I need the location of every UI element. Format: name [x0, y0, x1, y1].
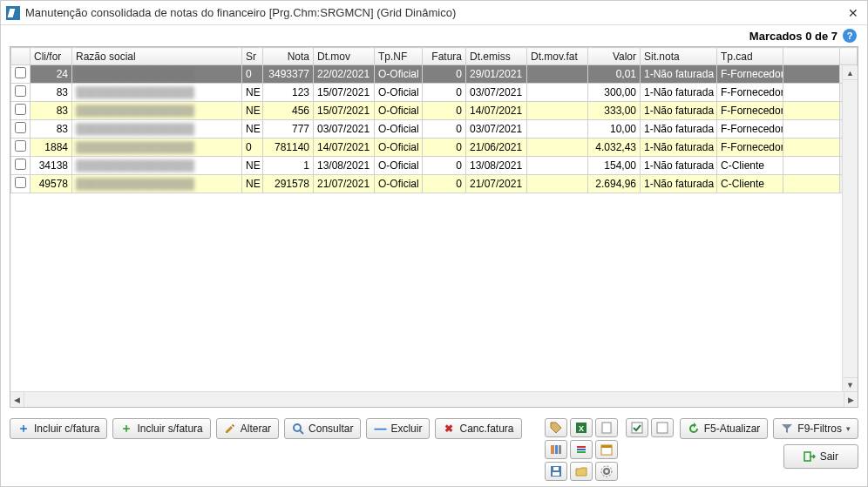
row-checkbox-cell[interactable]	[11, 102, 31, 120]
table-row[interactable]: 24████████████████0349337722/02/2021O-Of…	[11, 65, 858, 84]
table-row[interactable]: 83████████████████NE12315/07/2021O-Ofici…	[11, 84, 858, 102]
cell-dtemiss: 21/07/2021	[466, 175, 527, 193]
app-icon	[6, 6, 20, 20]
gear-icon	[600, 465, 613, 477]
col-header-sitnota[interactable]: Sit.nota	[641, 48, 717, 65]
cell-dtmovfat	[527, 157, 588, 175]
toolbar-left-group: ＋ Incluir c/fatura ＋ Incluir s/fatura Al…	[10, 418, 522, 439]
calendar-icon	[600, 443, 613, 456]
table-row[interactable]: 49578████████████████NE29157821/07/2021O…	[11, 175, 858, 193]
col-header-nota[interactable]: Nota	[263, 48, 314, 65]
col-header-scroll	[840, 48, 858, 65]
scroll-left-icon[interactable]: ◀	[10, 392, 24, 407]
col-header-tpcad[interactable]: Tp.cad	[717, 48, 783, 65]
grid-table: Cli/for Razão social Sr Nota Dt.mov Tp.N…	[10, 47, 858, 193]
row-checkbox[interactable]	[15, 177, 26, 188]
cell-clifor: 34138	[31, 157, 72, 175]
gear-icon-button[interactable]	[595, 462, 618, 481]
col-header-valor[interactable]: Valor	[588, 48, 641, 65]
row-checkbox-cell[interactable]	[11, 157, 31, 175]
cell-tpcad: C-Cliente	[717, 157, 783, 175]
col-header-clifor[interactable]: Cli/for	[31, 48, 72, 65]
cell-sr: 0	[242, 65, 263, 84]
grid-viewport: Cli/for Razão social Sr Nota Dt.mov Tp.N…	[10, 47, 858, 391]
row-checkbox[interactable]	[15, 85, 26, 97]
page-icon-button[interactable]	[595, 418, 618, 437]
filter-icon	[781, 423, 793, 435]
excel-icon-button[interactable]: X	[570, 418, 593, 437]
tag-icon	[550, 422, 562, 434]
excluir-button[interactable]: — Excluir	[366, 418, 430, 439]
row-checkbox-cell[interactable]	[11, 139, 31, 157]
row-checkbox[interactable]	[15, 67, 26, 78]
floppy-icon	[550, 465, 562, 477]
cell-tpnf: O-Oficial	[375, 120, 423, 139]
col-header-dtemiss[interactable]: Dt.emiss	[466, 48, 527, 65]
cell-dtemiss: 03/07/2021	[466, 84, 527, 102]
sliders-icon-button[interactable]	[570, 440, 593, 459]
bottom-toolbar: ＋ Incluir c/fatura ＋ Incluir s/fatura Al…	[1, 413, 867, 486]
cell-dtemiss: 14/07/2021	[466, 102, 527, 120]
col-header-dtmovfat[interactable]: Dt.mov.fat	[527, 48, 588, 65]
cell-fatura: 0	[423, 120, 466, 139]
columns-icon-button[interactable]	[545, 440, 567, 459]
check-all-button[interactable]	[626, 418, 648, 437]
atualizar-button[interactable]: F5-Atualizar	[680, 418, 769, 439]
svg-text:X: X	[579, 424, 584, 433]
incluir-sfatura-button[interactable]: ＋ Incluir s/fatura	[112, 418, 210, 439]
table-row[interactable]: 83████████████████NE77703/07/2021O-Ofici…	[11, 120, 858, 139]
scroll-down-icon[interactable]: ▼	[843, 377, 858, 391]
minus-icon: —	[374, 423, 386, 435]
col-header-dtmov[interactable]: Dt.mov	[314, 48, 375, 65]
save-icon-button[interactable]	[545, 462, 567, 481]
btn-label: Incluir c/fatura	[34, 423, 99, 435]
columns-icon	[550, 443, 562, 456]
col-header-fatura[interactable]: Fatura	[423, 48, 466, 65]
row-checkbox[interactable]	[15, 104, 26, 115]
search-icon	[292, 423, 304, 435]
scroll-right-icon[interactable]: ▶	[844, 392, 858, 407]
cell-sr: 0	[242, 139, 263, 157]
cell-tpcad: F-Fornecedor	[717, 84, 783, 102]
uncheck-all-button[interactable]	[651, 418, 674, 437]
alterar-button[interactable]: Alterar	[216, 418, 279, 439]
cell-valor: 154,00	[588, 157, 641, 175]
incluir-cfatura-button[interactable]: ＋ Incluir c/fatura	[10, 418, 107, 439]
filtros-button[interactable]: F9-Filtros ▾	[773, 418, 858, 439]
window-close-button[interactable]: ✕	[844, 6, 862, 20]
scroll-up-icon[interactable]: ▲	[843, 66, 858, 80]
svg-rect-20	[804, 452, 810, 461]
vertical-scrollbar[interactable]: ▲ ▼	[842, 66, 858, 391]
cell-dtmov: 15/07/2021	[314, 102, 375, 120]
cell-sr: NE	[242, 102, 263, 120]
row-checkbox[interactable]	[15, 122, 26, 133]
calendar-icon-button[interactable]	[595, 440, 618, 459]
cell-fatura: 0	[423, 84, 466, 102]
row-checkbox-cell[interactable]	[11, 175, 31, 193]
cell-razao: ████████████████	[72, 84, 242, 102]
table-row[interactable]: 83████████████████NE45615/07/2021O-Ofici…	[11, 102, 858, 120]
canc-fatura-button[interactable]: ✖ Canc.fatura	[435, 418, 521, 439]
col-header-checkbox[interactable]	[11, 48, 31, 65]
col-header-tpnf[interactable]: Tp.NF	[375, 48, 423, 65]
tag-icon-button[interactable]	[545, 418, 567, 437]
table-row[interactable]: 34138████████████████NE113/08/2021O-Ofic…	[11, 157, 858, 175]
cell-tpnf: O-Oficial	[375, 65, 423, 84]
horizontal-scrollbar[interactable]: ◀ ▶	[10, 391, 858, 407]
open-icon-button[interactable]	[570, 462, 593, 481]
btn-label: Excluir	[390, 423, 422, 435]
row-checkbox[interactable]	[15, 159, 26, 170]
row-checkbox-cell[interactable]	[11, 84, 31, 102]
consultar-button[interactable]: Consultar	[284, 418, 361, 439]
sair-button[interactable]: Sair	[783, 444, 858, 469]
col-header-sr[interactable]: Sr	[242, 48, 263, 65]
row-checkbox[interactable]	[15, 140, 26, 152]
help-icon[interactable]: ?	[843, 29, 857, 43]
col-header-razao[interactable]: Razão social	[72, 48, 242, 65]
cell-fatura: 0	[423, 157, 466, 175]
table-row[interactable]: 1884████████████████078114014/07/2021O-O…	[11, 139, 858, 157]
row-checkbox-cell[interactable]	[11, 65, 31, 84]
row-checkbox-cell[interactable]	[11, 120, 31, 139]
cell-spacer	[783, 157, 840, 175]
svg-rect-14	[553, 472, 559, 476]
